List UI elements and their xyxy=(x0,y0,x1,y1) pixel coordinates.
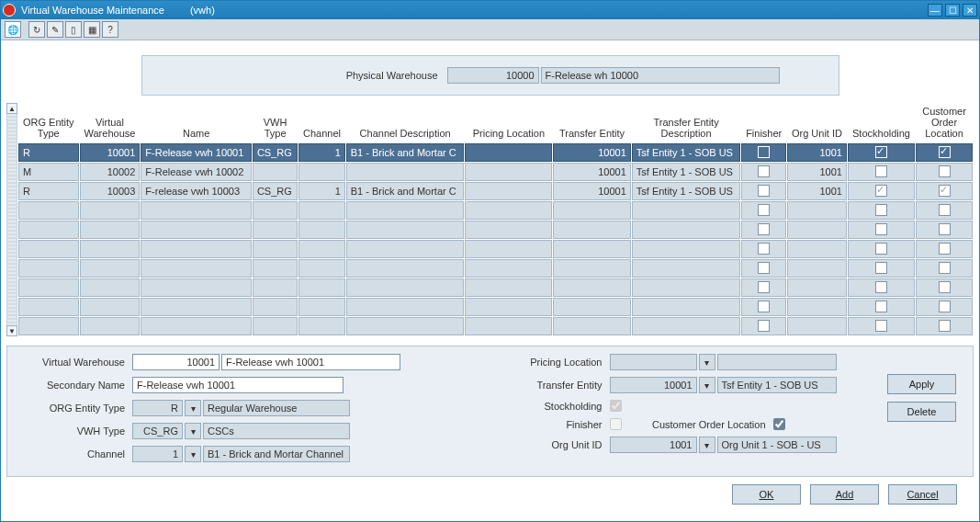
checkbox-icon[interactable] xyxy=(875,204,887,216)
checkbox-icon[interactable] xyxy=(875,146,887,158)
virtual-warehouse-label: Virtual Warehouse xyxy=(24,357,132,368)
vwh-type-code: CS_RG xyxy=(132,423,183,439)
transfer-entity-lov-icon[interactable]: ▾ xyxy=(699,377,715,393)
column-header: VWHType xyxy=(253,104,298,142)
checkbox-icon[interactable] xyxy=(758,301,770,312)
maximize-button[interactable]: ☐ xyxy=(945,4,960,17)
column-header: VirtualWarehouse xyxy=(80,104,141,142)
virtual-warehouse-id[interactable]: 10001 xyxy=(132,354,220,370)
finisher-checkbox xyxy=(610,418,622,430)
window-title: Virtual Warehouse Maintenance xyxy=(21,5,164,16)
physical-warehouse-panel: Physical Warehouse 10000 F-Release wh 10… xyxy=(141,55,839,96)
checkbox-icon[interactable] xyxy=(939,185,951,197)
vwh-type-label: VWH Type xyxy=(24,426,132,437)
checkbox-icon[interactable] xyxy=(939,281,951,293)
checkbox-icon[interactable] xyxy=(939,146,951,158)
checkbox-icon[interactable] xyxy=(939,204,951,216)
secondary-name-field[interactable]: F-Release vwh 10001 xyxy=(132,377,344,393)
refresh-icon[interactable]: ↻ xyxy=(28,21,45,38)
layout-icon[interactable]: ▯ xyxy=(65,21,82,38)
pricing-location-lov-icon[interactable]: ▾ xyxy=(699,354,715,370)
pricing-location-label: Pricing Location xyxy=(509,357,610,368)
checkbox-icon[interactable] xyxy=(875,320,887,332)
checkbox-icon[interactable] xyxy=(939,262,951,274)
checkbox-icon[interactable] xyxy=(758,204,770,216)
table-row[interactable] xyxy=(18,221,973,239)
delete-button[interactable]: Delete xyxy=(887,402,956,422)
physical-warehouse-id: 10000 xyxy=(447,67,539,84)
org-entity-lov-icon[interactable]: ▾ xyxy=(185,400,201,416)
table-row[interactable] xyxy=(18,240,973,258)
table-row[interactable] xyxy=(18,278,973,297)
scroll-up-icon[interactable]: ▲ xyxy=(6,103,17,114)
note-icon[interactable]: ✎ xyxy=(47,21,63,38)
column-header: Name xyxy=(141,104,252,142)
customer-order-loc-checkbox[interactable] xyxy=(773,418,785,430)
table-row[interactable] xyxy=(18,259,973,278)
checkbox-icon[interactable] xyxy=(875,281,887,293)
org-unit-desc: Org Unit 1 - SOB - US xyxy=(717,437,837,453)
checkbox-icon[interactable] xyxy=(758,281,770,293)
checkbox-icon[interactable] xyxy=(875,262,887,274)
checkbox-icon[interactable] xyxy=(939,243,951,255)
checkbox-icon[interactable] xyxy=(758,262,770,274)
physical-warehouse-desc: F-Release wh 10000 xyxy=(541,67,780,84)
checkbox-icon[interactable] xyxy=(758,243,770,255)
add-button[interactable]: Add xyxy=(810,484,879,505)
checkbox-icon[interactable] xyxy=(758,165,770,177)
column-header: Org Unit ID xyxy=(787,104,847,142)
checkbox-icon[interactable] xyxy=(939,165,951,177)
scroll-down-icon[interactable]: ▼ xyxy=(6,325,17,336)
stockholding-checkbox xyxy=(610,400,622,412)
checkbox-icon[interactable] xyxy=(939,301,951,312)
row-scrollbar[interactable]: ▲ ▼ xyxy=(6,103,17,336)
checkbox-icon[interactable] xyxy=(758,146,770,158)
pricing-location-desc xyxy=(717,354,837,370)
customer-order-loc-label: Customer Order Location xyxy=(622,419,773,430)
checkbox-icon[interactable] xyxy=(758,185,770,197)
org-unit-lov-icon[interactable]: ▾ xyxy=(699,437,715,453)
checkbox-icon[interactable] xyxy=(875,165,887,177)
table-row[interactable] xyxy=(18,201,973,220)
stockholding-label: Stockholding xyxy=(509,401,610,412)
apply-button[interactable]: Apply xyxy=(887,374,956,394)
virtual-warehouse-name[interactable]: F-Release vwh 10001 xyxy=(221,354,400,370)
checkbox-icon[interactable] xyxy=(758,223,770,235)
globe-icon[interactable]: 🌐 xyxy=(5,21,21,38)
button-bar: OK Add Cancel xyxy=(6,477,974,508)
help-icon[interactable]: ? xyxy=(102,21,118,38)
column-header: CustomerOrderLocation xyxy=(916,104,973,142)
ok-button[interactable]: OK xyxy=(732,484,801,505)
oracle-icon xyxy=(3,4,16,17)
transfer-entity-desc: Tsf Entity 1 - SOB US xyxy=(717,377,837,393)
checkbox-icon[interactable] xyxy=(875,185,887,197)
column-header: Channel Description xyxy=(346,104,465,142)
table-row[interactable] xyxy=(18,317,973,335)
grid-icon[interactable]: ▦ xyxy=(84,21,100,38)
checkbox-icon[interactable] xyxy=(939,320,951,332)
checkbox-icon[interactable] xyxy=(758,320,770,332)
org-entity-desc: Regular Warehouse xyxy=(203,400,350,416)
channel-desc: B1 - Brick and Mortar Channel xyxy=(203,446,350,462)
checkbox-icon[interactable] xyxy=(875,223,887,235)
table-row[interactable]: M10002F-Release vwh 1000210001Tsf Entity… xyxy=(18,163,973,181)
vwh-grid: ORG EntityTypeVirtualWarehouseNameVWHTyp… xyxy=(17,103,974,336)
table-row[interactable]: R10003F-release vwh 10003CS_RG1B1 - Bric… xyxy=(18,182,973,200)
table-row[interactable] xyxy=(18,298,973,316)
window-subtitle: (vwh) xyxy=(190,5,215,16)
app-window: Virtual Warehouse Maintenance (vwh) — ☐ … xyxy=(0,0,980,522)
cancel-button[interactable]: Cancel xyxy=(888,484,957,505)
finisher-label: Finisher xyxy=(509,419,610,430)
minimize-button[interactable]: — xyxy=(928,4,942,17)
checkbox-icon[interactable] xyxy=(875,301,887,312)
close-button[interactable]: ✕ xyxy=(963,4,977,17)
org-unit-id: 1001 xyxy=(610,437,697,453)
vwh-type-lov-icon[interactable]: ▾ xyxy=(185,423,201,439)
checkbox-icon[interactable] xyxy=(875,243,887,255)
checkbox-icon[interactable] xyxy=(939,223,951,235)
column-header: Transfer Entity xyxy=(553,104,631,142)
channel-lov-icon[interactable]: ▾ xyxy=(185,446,201,462)
table-row[interactable]: R10001F-Release vwh 10001CS_RG1B1 - Bric… xyxy=(18,143,973,162)
org-unit-label: Org Unit ID xyxy=(509,439,610,450)
column-header: Pricing Location xyxy=(465,104,552,142)
